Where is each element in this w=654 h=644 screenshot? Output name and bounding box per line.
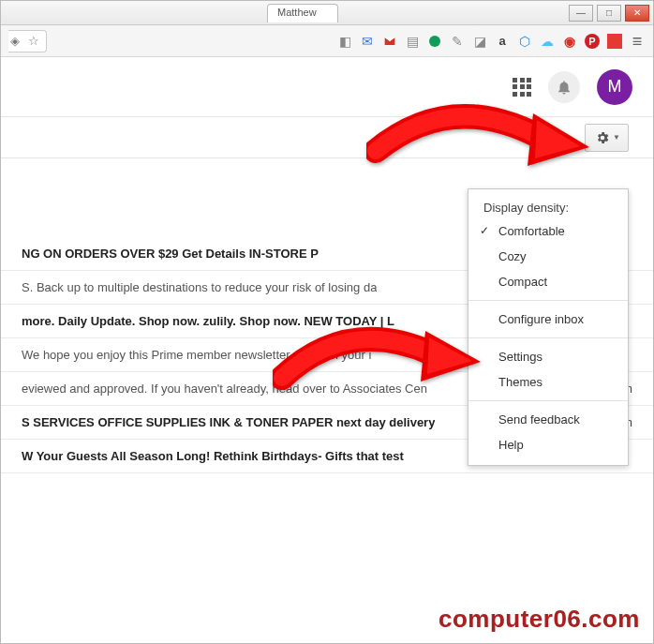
extension-icon-box[interactable]: ◪ [471,33,488,50]
browser-menu-icon[interactable]: ≡ [629,33,646,50]
account-avatar[interactable]: M [597,69,632,105]
window-close-button[interactable]: ✕ [625,5,649,22]
menu-item-themes[interactable]: Themes [468,369,628,395]
density-section-label: Display density: [468,197,628,218]
notifications-button[interactable] [548,71,580,103]
extension-icon-1[interactable]: ◧ [336,33,353,50]
menu-item-send-feedback[interactable]: Send feedback [468,407,628,432]
window-minimize-button[interactable]: — [569,5,593,22]
settings-gear-button[interactable]: ▼ [585,124,629,152]
menu-item-configure-inbox[interactable]: Configure inbox [468,307,628,332]
avatar-initial: M [608,77,622,97]
extension-gmail-icon[interactable] [381,33,398,50]
browser-titlebar: Matthew — □ ✕ [1,1,653,25]
extension-dropbox-icon[interactable]: ⬡ [516,33,533,50]
extension-icon-red[interactable] [606,33,623,50]
window-maximize-button[interactable]: □ [597,5,621,22]
reader-mode-icon[interactable]: ◈ [8,35,22,48]
menu-item-comfortable[interactable]: Comfortable [468,218,628,244]
menu-item-settings[interactable]: Settings [468,344,628,369]
browser-tab-title: Matthew [277,7,317,18]
menu-item-compact[interactable]: Compact [468,269,628,294]
google-apps-icon[interactable] [513,78,531,97]
browser-tab[interactable]: Matthew [267,4,338,22]
menu-separator [468,337,628,338]
extension-cloud-icon[interactable]: ☁ [539,33,556,50]
settings-dropdown-menu: Display density: Comfortable Cozy Compac… [468,188,629,466]
action-toolbar: ▼ [1,117,653,158]
extension-pinterest-icon[interactable]: P [584,33,601,50]
bookmark-star-icon[interactable]: ☆ [27,35,40,48]
extension-icon-clip[interactable]: ✎ [449,33,466,50]
extension-icon-dot[interactable] [426,33,443,50]
app-header: M [1,57,653,117]
gear-icon [595,130,610,145]
omnibox-right-cap[interactable]: ◈ ☆ [8,30,47,52]
extension-icon-mail[interactable]: ✉ [359,33,376,50]
extension-icon-o[interactable]: ◉ [561,33,578,50]
extension-icon-news[interactable]: ▤ [404,33,421,50]
menu-separator [468,400,628,401]
menu-item-help[interactable]: Help [468,432,628,457]
watermark-text: computer06.com [438,605,640,634]
browser-toolbar: ◈ ☆ ◧ ✉ ▤ ✎ ◪ a ⬡ ☁ ◉ P ≡ [1,25,653,57]
menu-separator [468,300,628,301]
extension-icon-a[interactable]: a [494,33,511,50]
menu-item-cozy[interactable]: Cozy [468,244,628,269]
dropdown-caret-icon: ▼ [613,133,620,142]
bell-icon [556,79,572,96]
